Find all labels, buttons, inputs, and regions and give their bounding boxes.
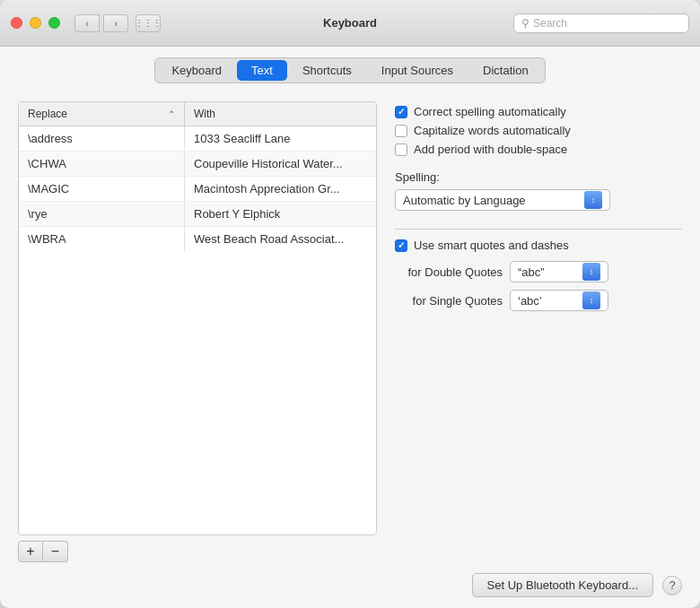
with-cell: Robert Y Elphick	[185, 202, 376, 226]
traffic-lights	[11, 17, 60, 29]
correct-spelling-row: Correct spelling automatically	[395, 105, 682, 118]
setup-bluetooth-button[interactable]: Set Up Bluetooth Keyboard...	[472, 573, 653, 597]
tab-dictation[interactable]: Dictation	[468, 60, 543, 81]
tab-text[interactable]: Text	[237, 60, 287, 81]
capitalize-words-row: Capitalize words automatically	[395, 124, 682, 137]
replace-with-table: Replace ⌃ With \address 1033 Seacliff La…	[18, 101, 377, 535]
search-input[interactable]	[533, 17, 681, 30]
add-button[interactable]: +	[18, 541, 43, 562]
window-title: Keyboard	[323, 16, 377, 30]
add-period-label: Add period with double-space	[414, 143, 567, 156]
double-quotes-row: for Double Quotes “abc” ↕	[395, 261, 682, 282]
tab-shortcuts[interactable]: Shortcuts	[288, 60, 366, 81]
window: ‹ › ⋮⋮⋮ Keyboard ⚲ Keyboard Text Shortcu…	[0, 0, 700, 608]
replace-cell: \address	[19, 126, 185, 151]
tab-input-sources[interactable]: Input Sources	[367, 60, 468, 81]
help-button[interactable]: ?	[662, 576, 682, 595]
smart-quotes-row: Use smart quotes and dashes	[395, 239, 682, 252]
double-quotes-arrow-icon: ↕	[582, 263, 600, 281]
double-quotes-select[interactable]: “abc” ↕	[510, 261, 608, 282]
search-icon: ⚲	[521, 17, 529, 30]
minimize-button[interactable]	[30, 17, 41, 29]
left-panel: Replace ⌃ With \address 1033 Seacliff La…	[18, 101, 377, 562]
capitalize-words-checkbox[interactable]	[395, 125, 407, 137]
smart-quotes-checkbox[interactable]	[395, 239, 407, 252]
remove-button[interactable]: −	[43, 541, 68, 562]
table-row[interactable]: \rye Robert Y Elphick	[19, 202, 376, 227]
table-body: \address 1033 Seacliff Lane \CHWA Coupev…	[19, 126, 376, 530]
divider	[395, 229, 682, 230]
maximize-button[interactable]	[48, 17, 60, 29]
title-bar: ‹ › ⋮⋮⋮ Keyboard ⚲	[0, 0, 700, 47]
single-quotes-value: ‘abc’	[518, 294, 542, 308]
single-quotes-arrow-icon: ↕	[582, 291, 600, 309]
replace-cell: \CHWA	[19, 152, 185, 176]
with-cell: 1033 Seacliff Lane	[185, 126, 376, 151]
table-row[interactable]: \MAGIC Macintosh Appreciation Gr...	[19, 177, 376, 202]
spelling-section-label: Spelling:	[395, 170, 682, 184]
double-quotes-label: for Double Quotes	[395, 265, 503, 279]
spelling-select-value: Automatic by Language	[403, 194, 526, 207]
add-remove-bar: + −	[18, 541, 377, 562]
search-box[interactable]: ⚲	[513, 13, 689, 33]
right-panel: Correct spelling automatically Capitaliz…	[395, 101, 682, 562]
sort-arrow-icon: ⌃	[168, 109, 175, 119]
with-cell: West Beach Road Associat...	[185, 227, 376, 251]
with-cell: Coupeville Historical Water...	[185, 152, 376, 176]
table-header: Replace ⌃ With	[19, 102, 376, 126]
bottom-bar: Set Up Bluetooth Keyboard... ?	[0, 562, 700, 608]
single-quotes-label: for Single Quotes	[395, 294, 503, 308]
table-row[interactable]: \address 1033 Seacliff Lane	[19, 126, 376, 152]
smart-quotes-label: Use smart quotes and dashes	[414, 239, 569, 252]
replace-cell: \MAGIC	[19, 177, 185, 201]
add-period-checkbox[interactable]	[395, 143, 407, 156]
close-button[interactable]	[11, 17, 22, 29]
tab-keyboard[interactable]: Keyboard	[157, 60, 236, 81]
grid-button[interactable]: ⋮⋮⋮	[136, 14, 161, 32]
double-quotes-value: “abc”	[518, 265, 545, 279]
nav-buttons: ‹ ›	[74, 14, 128, 32]
spelling-select-arrow-icon: ↕	[584, 191, 602, 209]
spelling-select-row: Automatic by Language ↕	[395, 189, 682, 211]
correct-spelling-checkbox[interactable]	[395, 106, 407, 118]
tab-container: Keyboard Text Shortcuts Input Sources Di…	[154, 57, 545, 83]
col-with-header: With	[185, 102, 376, 126]
forward-button[interactable]: ›	[103, 14, 128, 32]
tabs-bar: Keyboard Text Shortcuts Input Sources Di…	[0, 47, 700, 92]
spelling-select[interactable]: Automatic by Language ↕	[395, 189, 610, 211]
correct-spelling-label: Correct spelling automatically	[414, 105, 566, 118]
quotes-section: for Double Quotes “abc” ↕ for Single Quo…	[395, 261, 682, 318]
back-button[interactable]: ‹	[74, 14, 100, 32]
content: Replace ⌃ With \address 1033 Seacliff La…	[0, 92, 700, 562]
table-row[interactable]: \WBRA West Beach Road Associat...	[19, 227, 376, 251]
table-row[interactable]: \CHWA Coupeville Historical Water...	[19, 152, 376, 177]
capitalize-words-label: Capitalize words automatically	[414, 124, 571, 137]
add-period-row: Add period with double-space	[395, 143, 682, 156]
with-cell: Macintosh Appreciation Gr...	[185, 177, 376, 201]
col-replace-header: Replace ⌃	[19, 102, 185, 126]
single-quotes-select[interactable]: ‘abc’ ↕	[510, 290, 608, 311]
single-quotes-row: for Single Quotes ‘abc’ ↕	[395, 290, 682, 311]
replace-cell: \WBRA	[19, 227, 185, 251]
replace-cell: \rye	[19, 202, 185, 226]
